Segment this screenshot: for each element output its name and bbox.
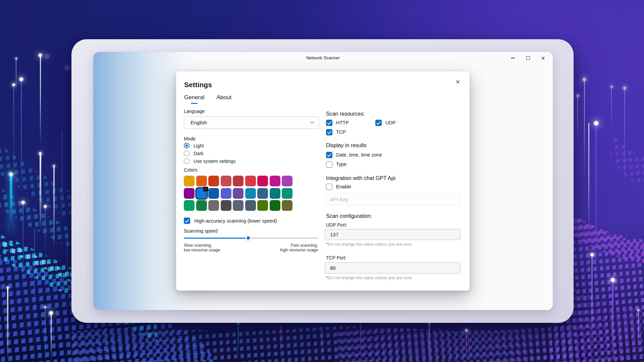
color-swatch[interactable]: ✓ <box>196 188 207 199</box>
color-swatch[interactable] <box>270 188 280 199</box>
udp-port-note: *Do not change this value unless you are… <box>326 242 462 247</box>
scan-resources-row-2: TCP <box>326 129 462 135</box>
color-swatch[interactable] <box>208 176 219 186</box>
checkbox-icon <box>326 120 332 126</box>
color-swatch[interactable] <box>257 200 268 211</box>
tcp-port-note: *Do not change this value unless you are… <box>326 276 462 281</box>
high-accuracy-checkbox[interactable]: High-accuracy scanning (lower speed) <box>184 218 319 224</box>
color-palette: ✓ <box>184 176 292 211</box>
colors-label: Colors <box>184 167 319 173</box>
checkbox-udp[interactable]: UDP <box>375 120 396 126</box>
udp-port-label: UDP Port: <box>326 222 462 228</box>
close-icon: ✕ <box>541 56 545 61</box>
color-swatch[interactable] <box>233 176 244 186</box>
api-key-input[interactable] <box>325 193 461 205</box>
udp-port-input[interactable] <box>325 229 461 240</box>
dialog-close-icon: ✕ <box>455 79 460 85</box>
radio-option-dark[interactable]: Dark <box>184 149 319 157</box>
speed-caption-min: Slow scanning, low resourse usage <box>184 243 220 252</box>
slider-thumb[interactable] <box>246 235 251 241</box>
minimize-icon <box>511 58 515 58</box>
checkbox-icon <box>184 218 190 224</box>
dialog-title: Settings <box>184 81 212 89</box>
color-swatch[interactable] <box>208 188 219 199</box>
scan-resources-heading: Scan resources: <box>326 111 462 117</box>
checkbox-tcp[interactable]: TCP <box>326 129 346 135</box>
color-swatch[interactable] <box>245 200 256 211</box>
dialog-close-button[interactable]: ✕ <box>453 77 463 87</box>
color-swatch[interactable] <box>184 188 195 199</box>
checkbox-icon <box>326 161 332 168</box>
settings-right-column: Scan resources: HTTP UDP TCP Display in … <box>326 111 462 281</box>
language-label: Language <box>184 108 319 114</box>
color-swatch[interactable] <box>257 188 268 199</box>
maximize-icon <box>526 56 530 60</box>
scan-resources-row-1: HTTP UDP <box>326 119 462 126</box>
color-swatch[interactable] <box>270 176 280 186</box>
tab-about[interactable]: About <box>216 94 231 104</box>
color-swatch[interactable] <box>184 200 195 211</box>
color-swatch[interactable] <box>221 188 231 199</box>
color-swatch[interactable] <box>233 200 244 211</box>
color-swatch[interactable] <box>208 200 219 211</box>
color-swatch[interactable] <box>282 200 292 211</box>
color-swatch[interactable] <box>245 188 256 199</box>
checkbox-date-time[interactable]: Date, time, time zone <box>326 152 382 158</box>
color-swatch[interactable] <box>245 176 256 186</box>
color-swatch[interactable] <box>196 200 207 211</box>
gpt-enable-row: Enable <box>326 183 462 190</box>
checkbox-icon <box>326 152 332 158</box>
settings-dialog: ✕ Settings General About Language Englis… <box>176 71 470 291</box>
speed-caption-max: Fast scanning, high resourse usage <box>280 243 318 252</box>
active-tab-underline <box>191 103 198 104</box>
checkbox-type[interactable]: Type <box>326 161 346 168</box>
radio-icon <box>184 143 190 148</box>
display-row-1: Date, time, time zone <box>326 152 462 158</box>
close-button[interactable]: ✕ <box>537 53 549 63</box>
scanning-speed-label: Scanning speed <box>184 228 319 234</box>
tab-bar: General About <box>184 94 231 104</box>
color-swatch[interactable] <box>196 176 207 186</box>
radio-icon <box>184 158 190 164</box>
color-swatch[interactable] <box>233 188 244 199</box>
mode-label: Mode <box>184 136 319 142</box>
gpt-integration-heading: Integration with chat GPT Api <box>326 175 462 182</box>
checkbox-icon <box>326 184 332 190</box>
tcp-port-label: TCP Port: <box>326 255 462 261</box>
minimize-button[interactable] <box>507 53 519 63</box>
color-swatch[interactable] <box>282 176 292 186</box>
color-swatch[interactable] <box>184 176 195 186</box>
language-value: English <box>191 120 311 125</box>
color-swatch[interactable] <box>282 188 292 199</box>
slider-fill <box>184 238 248 239</box>
chevron-down-icon <box>310 119 314 124</box>
selected-check-icon: ✓ <box>203 187 208 191</box>
settings-left-column: Language English Mode Light Dark Use sys… <box>184 108 319 252</box>
tcp-port-input[interactable] <box>325 262 461 274</box>
window-title: Network Scanner <box>93 52 553 64</box>
tab-general[interactable]: General <box>184 94 204 104</box>
display-in-results-heading: Display in results <box>326 142 462 149</box>
scanning-speed-slider[interactable] <box>184 235 318 241</box>
checkbox-icon <box>326 129 332 135</box>
language-dropdown[interactable]: English <box>184 116 319 129</box>
maximize-button[interactable] <box>522 53 534 63</box>
window-titlebar: Network Scanner ✕ <box>93 52 553 64</box>
color-swatch[interactable] <box>221 176 231 186</box>
color-swatch[interactable] <box>257 176 268 186</box>
checkbox-enable[interactable]: Enable <box>326 184 351 190</box>
radio-option-light[interactable]: Light <box>184 142 319 149</box>
display-row-2: Type <box>326 161 462 168</box>
radio-icon <box>184 150 190 156</box>
color-swatch[interactable] <box>221 200 231 211</box>
radio-option-system[interactable]: Use system settings <box>184 157 319 165</box>
checkbox-http[interactable]: HTTP <box>326 120 349 126</box>
checkbox-icon <box>375 120 382 126</box>
scan-config-heading: Scan configuration: <box>326 213 462 220</box>
speed-captions: Slow scanning, low resourse usage Fast s… <box>184 243 318 252</box>
color-swatch[interactable] <box>270 200 280 211</box>
